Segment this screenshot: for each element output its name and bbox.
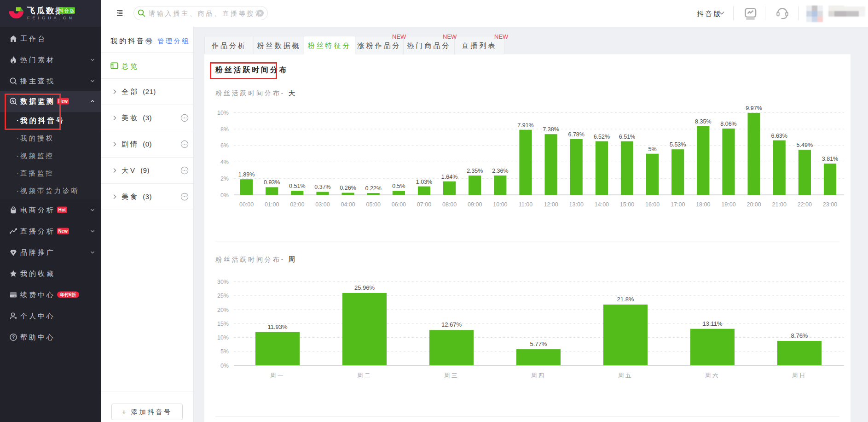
svg-text:2%: 2% bbox=[220, 176, 229, 182]
svg-text:?: ? bbox=[148, 39, 150, 44]
svg-text:16:00: 16:00 bbox=[645, 201, 660, 208]
svg-text:20%: 20% bbox=[217, 307, 229, 313]
svg-text:6.51%: 6.51% bbox=[619, 134, 635, 140]
svg-text:13:00: 13:00 bbox=[569, 201, 584, 208]
svg-text:2.36%: 2.36% bbox=[492, 168, 508, 174]
svg-text:8.35%: 8.35% bbox=[695, 118, 711, 125]
svg-text:17:00: 17:00 bbox=[671, 201, 685, 208]
svg-text:25.96%: 25.96% bbox=[354, 284, 375, 291]
svg-text:02:00: 02:00 bbox=[290, 201, 304, 208]
svg-text:FEIGUA.CN: FEIGUA.CN bbox=[27, 16, 75, 20]
svg-text:6%: 6% bbox=[220, 142, 229, 149]
svg-text:0.37%: 0.37% bbox=[314, 184, 330, 190]
svg-text:5%: 5% bbox=[220, 348, 229, 355]
svg-text:10%: 10% bbox=[217, 110, 229, 116]
svg-text:1.03%: 1.03% bbox=[416, 179, 432, 185]
svg-text:6.63%: 6.63% bbox=[771, 133, 787, 139]
svg-text:18:00: 18:00 bbox=[696, 201, 710, 208]
svg-text:04:00: 04:00 bbox=[341, 201, 355, 208]
svg-text:08:00: 08:00 bbox=[442, 201, 457, 208]
svg-text:23:00: 23:00 bbox=[823, 201, 837, 208]
svg-text:6.52%: 6.52% bbox=[594, 134, 610, 140]
svg-text:10%: 10% bbox=[217, 334, 229, 341]
svg-text:周五: 周五 bbox=[618, 372, 633, 379]
svg-text:5.53%: 5.53% bbox=[670, 141, 686, 148]
svg-text:0.5%: 0.5% bbox=[392, 183, 405, 189]
svg-text:12:00: 12:00 bbox=[544, 201, 558, 208]
svg-text:11.93%: 11.93% bbox=[267, 323, 288, 330]
svg-text:20:00: 20:00 bbox=[746, 201, 761, 208]
svg-text:21:00: 21:00 bbox=[772, 201, 787, 208]
svg-text:7.91%: 7.91% bbox=[517, 122, 533, 129]
svg-text:15:00: 15:00 bbox=[620, 201, 634, 208]
svg-text:0.51%: 0.51% bbox=[289, 183, 305, 189]
svg-text:30%: 30% bbox=[217, 279, 229, 285]
svg-text:8.76%: 8.76% bbox=[791, 332, 808, 339]
svg-text:0%: 0% bbox=[220, 363, 229, 369]
svg-text:07:00: 07:00 bbox=[417, 201, 431, 208]
svg-text:00:00: 00:00 bbox=[239, 201, 254, 208]
svg-text:9.97%: 9.97% bbox=[746, 105, 762, 111]
svg-text:1.89%: 1.89% bbox=[238, 171, 255, 178]
svg-text:12.67%: 12.67% bbox=[441, 321, 462, 328]
svg-text:09:00: 09:00 bbox=[468, 201, 482, 208]
svg-text:8.06%: 8.06% bbox=[720, 121, 736, 127]
svg-text:周四: 周四 bbox=[531, 372, 546, 379]
svg-text:周三: 周三 bbox=[444, 372, 459, 379]
svg-text:19:00: 19:00 bbox=[721, 201, 735, 208]
svg-text:8%: 8% bbox=[220, 126, 229, 133]
svg-text:01:00: 01:00 bbox=[265, 201, 279, 208]
svg-text:5.77%: 5.77% bbox=[530, 340, 547, 347]
svg-text:2.35%: 2.35% bbox=[467, 168, 483, 174]
svg-text:14:00: 14:00 bbox=[595, 201, 609, 208]
svg-text:?: ? bbox=[12, 335, 15, 340]
svg-text:3.81%: 3.81% bbox=[822, 156, 838, 162]
svg-text:0.22%: 0.22% bbox=[365, 185, 381, 192]
svg-text:11:00: 11:00 bbox=[519, 201, 532, 208]
svg-text:0.93%: 0.93% bbox=[264, 179, 280, 186]
svg-text:06:00: 06:00 bbox=[392, 201, 406, 208]
svg-text:5.49%: 5.49% bbox=[797, 142, 813, 148]
svg-text:4%: 4% bbox=[220, 159, 229, 165]
svg-text:21.8%: 21.8% bbox=[617, 296, 634, 303]
svg-text:7.38%: 7.38% bbox=[543, 126, 559, 133]
svg-text:5%: 5% bbox=[648, 146, 657, 152]
svg-text:03:00: 03:00 bbox=[315, 201, 330, 208]
svg-text:13.11%: 13.11% bbox=[702, 320, 723, 327]
svg-text:05:00: 05:00 bbox=[366, 201, 381, 208]
svg-text:25%: 25% bbox=[217, 293, 229, 299]
svg-text:抖音版: 抖音版 bbox=[59, 8, 75, 13]
svg-text:15%: 15% bbox=[217, 321, 229, 327]
svg-text:0%: 0% bbox=[220, 192, 229, 199]
svg-text:10:00: 10:00 bbox=[493, 201, 507, 208]
svg-text:1.64%: 1.64% bbox=[441, 174, 457, 180]
svg-text:周六: 周六 bbox=[705, 372, 720, 379]
svg-text:22:00: 22:00 bbox=[798, 201, 812, 208]
svg-text:周二: 周二 bbox=[357, 372, 372, 379]
svg-text:周日: 周日 bbox=[792, 372, 807, 379]
svg-text:周一: 周一 bbox=[270, 372, 285, 379]
svg-text:0.26%: 0.26% bbox=[340, 185, 356, 191]
svg-text:6.78%: 6.78% bbox=[568, 131, 584, 138]
